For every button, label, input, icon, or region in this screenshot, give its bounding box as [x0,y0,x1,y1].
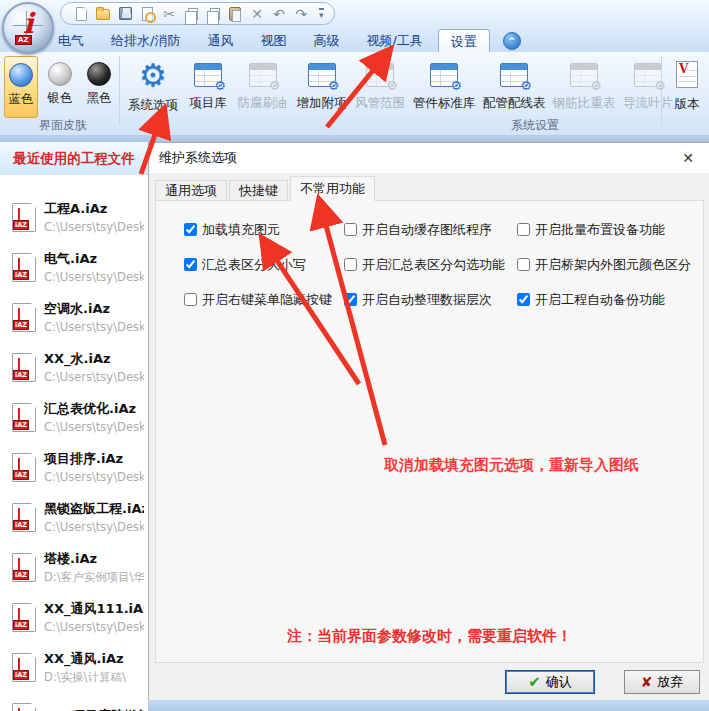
checkbox-load-fill-elements[interactable]: 加载填充图元 [184,221,344,239]
recent-files-panel: 最近使用的工程文件 iAZ 工程A.iAzC:\Users\tsy\Deskto… [0,142,148,711]
customize-toolbar-icon[interactable]: ▾ [319,8,324,19]
collapse-ribbon-button[interactable]: ^ [503,32,521,50]
file-item[interactable]: iAZ XX_通风111.iAzC:\Users\tsy\Desktop\ [0,592,148,642]
file-item[interactable]: iAZ XX_通风.iAzD:\实操\计算稿\ [0,642,148,692]
checkbox-input[interactable] [184,258,197,271]
silver-sphere-icon [48,62,72,86]
app-logo-badge: AZ [15,35,32,45]
file-item[interactable]: iAZ 塔楼.iAzD:\客户实例项目\华腾 [0,542,148,592]
checkbox-auto-organize-data[interactable]: 开启自动整理数据层次 [344,291,517,309]
dialog-tab-strip: 通用选项 快捷键 不常用功能 [155,177,377,201]
black-sphere-icon [87,62,111,86]
paste-icon[interactable] [227,6,243,22]
iaz-file-icon: iAZ [12,253,36,282]
checkbox-batch-place-equipment[interactable]: 开启批量布置设备功能 [517,221,691,239]
checkbox-rightclick-hide-button[interactable]: 开启右键菜单隐藏按键 [184,291,344,309]
recent-files-list: iAZ 工程A.iAzC:\Users\tsy\Desktop\ iAZ 电气.… [0,192,148,711]
file-item[interactable]: iAZ XX_水.iAzC:\Users\tsy\Desktop\ [0,342,148,392]
app-logo-icon: i AZ [10,9,46,47]
file-item[interactable]: iAZ 汇总表优化.iAzC:\Users\tsy\Desktop\ [0,392,148,442]
tab-settings[interactable]: 设置 [438,29,490,52]
iaz-file-icon: iAZ [12,703,36,711]
add-attachment-button[interactable]: 增加附项 [293,54,350,126]
open-folder-icon[interactable] [95,6,111,22]
iaz-file-icon: iAZ [12,303,36,332]
checkbox-summary-case-sensitive[interactable]: 汇总表区分大小写 [184,256,344,274]
pipe-fitting-standard-button[interactable]: 管件标准库 [410,54,478,126]
table-gear-icon [500,63,528,87]
project-library-button[interactable]: 项目库 [184,54,232,126]
checkbox-auto-backup[interactable]: 开启工程自动备份功能 [517,291,691,309]
recent-files-header: 最近使用的工程文件 [0,142,148,175]
version-button[interactable]: 版本 [667,54,707,126]
checkbox-input[interactable] [517,223,530,236]
table-gear-icon [430,63,458,87]
confirm-button[interactable]: ✔ 确认 [505,670,595,694]
dialog-footer: ✔ 确认 ✘ 放弃 [149,663,709,700]
duct-range-button: 风管范围 [352,54,408,126]
group-separator [119,56,120,125]
copy-icon[interactable] [183,6,199,22]
table-gear-icon [634,63,662,87]
uncommon-features-tab-page: 加载填充图元 开启自动缓存图纸程序 开启批量布置设备功能 汇总表区分大小写 开启… [155,200,704,663]
checkbox-auto-cache-drawings[interactable]: 开启自动缓存图纸程序 [344,221,517,239]
checkbox-input[interactable] [344,258,357,271]
file-item[interactable]: iAZ 空调水.iAzC:\Users\tsy\Desktop\ [0,292,148,342]
checkbox-tray-color-distinguish[interactable]: 开启桥架内外图元颜色区分 [517,256,691,274]
file-item[interactable]: iAZ 工程A.iAzC:\Users\tsy\Desktop\ [0,192,148,242]
new-document-icon[interactable] [73,6,89,22]
maintain-system-options-dialog: 维护系统选项 ✕ 通用选项 快捷键 不常用功能 加载填充图元 开启自动缓存图纸程… [148,142,709,700]
red-annotation-text: 取消加载填充图元选项，重新导入图纸 [384,456,639,475]
ribbon: 蓝色 银色 黑色 界面皮肤 ⚙ 系统选项 项目库 防腐刷油 增加附项 [0,52,709,136]
file-item[interactable]: iAZ 项目排序.iAzC:\Users\tsy\Desktop\ [0,442,148,492]
window-background-strip [148,700,709,711]
blue-sphere-icon [9,63,33,87]
cut-icon[interactable]: ✂ [161,6,177,22]
skin-black-button[interactable]: 黑色 [82,56,116,118]
abandon-button[interactable]: ✘ 放弃 [624,670,700,694]
iaz-file-icon: iAZ [12,403,36,432]
tab-shortcuts[interactable]: 快捷键 [229,180,288,201]
tab-ventilation[interactable]: 通风 [195,29,245,52]
tab-general-options[interactable]: 通用选项 [155,180,227,201]
tab-video-tools[interactable]: 视频/工具 [354,29,434,52]
iaz-file-icon: iAZ [12,203,36,232]
tab-plumbing-fire[interactable]: 给排水/消防 [99,29,192,52]
table-gear-icon [249,63,277,87]
print-preview-icon[interactable] [139,6,155,22]
checkbox-input[interactable] [517,293,530,306]
x-icon: ✘ [641,674,653,690]
save-icon[interactable] [117,6,133,22]
undo-icon[interactable]: ↶ [271,6,287,22]
group-separator [661,56,662,125]
tab-uncommon-features[interactable]: 不常用功能 [290,176,375,201]
iaz-file-icon: iAZ [12,553,36,582]
gear-icon: ⚙ [139,58,167,92]
system-options-button[interactable]: ⚙ 系统选项 [124,54,182,126]
checkbox-grid: 加载填充图元 开启自动缓存图纸程序 开启批量布置设备功能 汇总表区分大小写 开启… [184,212,691,317]
skin-silver-button[interactable]: 银色 [43,56,77,118]
iaz-file-icon: iAZ [12,453,36,482]
checkbox-input[interactable] [344,293,357,306]
file-item[interactable]: iAZ 电气.iAzC:\Users\tsy\Desktop\ [0,242,148,292]
skin-blue-button[interactable]: 蓝色 [4,56,38,118]
duplicate-icon[interactable] [205,6,221,22]
checkbox-input[interactable] [344,223,357,236]
file-item[interactable]: iAZ EPC项目庭院燃气达标.iAz [0,692,148,711]
checkbox-input[interactable] [184,293,197,306]
tab-view[interactable]: 视图 [248,29,298,52]
close-icon[interactable]: ✕ [667,143,709,173]
tab-advanced[interactable]: 高级 [301,29,351,52]
redo-icon[interactable]: ↷ [293,6,309,22]
iaz-file-icon: iAZ [12,603,36,632]
quick-access-toolbar: ✂ ✕ ↶ ↷ ▾ [60,2,335,25]
file-item[interactable]: iAZ 黑锁盗版工程.iAzC:\Users\tsy\Desktop\ [0,492,148,542]
checkbox-input[interactable] [184,223,197,236]
checkbox-summary-tick-select[interactable]: 开启汇总表区分勾选功能 [344,256,517,274]
check-icon: ✔ [528,673,541,691]
delete-icon[interactable]: ✕ [249,6,265,22]
iaz-file-icon: iAZ [12,503,36,532]
pipe-wiring-table-button[interactable]: 配管配线表 [480,54,548,126]
checkbox-input[interactable] [517,258,530,271]
application-menu-button[interactable]: i AZ [2,2,54,54]
